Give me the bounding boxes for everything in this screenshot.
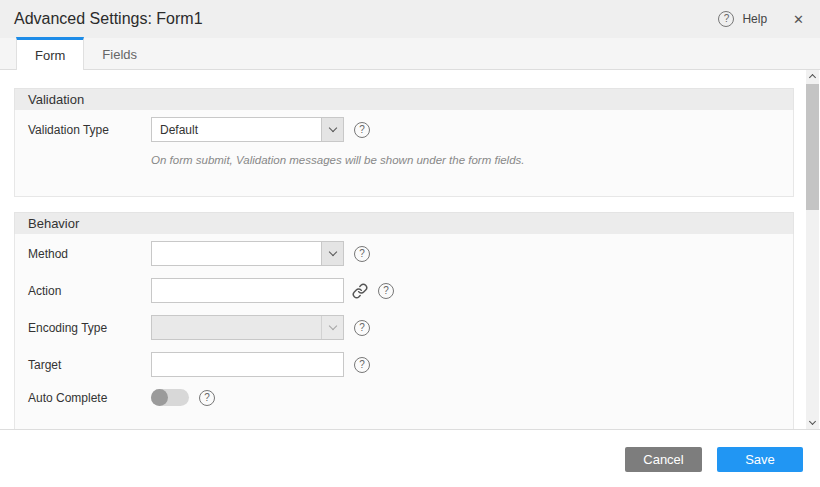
- encoding-type-label: Encoding Type: [28, 321, 151, 335]
- action-help-icon[interactable]: ?: [378, 283, 394, 299]
- chevron-down-icon: [321, 316, 343, 339]
- toggle-knob: [151, 389, 168, 406]
- save-button[interactable]: Save: [717, 447, 803, 472]
- section-behavior: Behavior Method ? Action: [14, 212, 794, 429]
- action-label: Action: [28, 284, 151, 298]
- dialog-content: Validation Validation Type Default ? On …: [0, 70, 820, 429]
- encoding-type-select-disabled: [151, 315, 344, 340]
- tab-strip: Form Fields: [0, 38, 820, 70]
- auto-complete-help-icon[interactable]: ?: [199, 390, 215, 406]
- action-input[interactable]: [151, 278, 344, 303]
- scroll-down-icon[interactable]: [806, 416, 819, 429]
- auto-complete-toggle[interactable]: [151, 389, 189, 406]
- scrollbar-track[interactable]: [806, 83, 819, 416]
- help-link[interactable]: Help: [742, 12, 767, 26]
- validation-type-label: Validation Type: [28, 123, 151, 137]
- section-validation-title: Validation: [14, 88, 794, 110]
- section-behavior-title: Behavior: [14, 212, 794, 234]
- vertical-scrollbar[interactable]: [806, 70, 819, 429]
- target-input[interactable]: [151, 352, 344, 377]
- tab-form[interactable]: Form: [16, 37, 84, 70]
- method-label: Method: [28, 247, 151, 261]
- help-icon[interactable]: ?: [718, 11, 734, 27]
- scrollbar-thumb[interactable]: [806, 84, 819, 210]
- validation-type-help-icon[interactable]: ?: [354, 122, 370, 138]
- validation-type-value: Default: [152, 123, 321, 137]
- encoding-type-help-icon[interactable]: ?: [354, 320, 370, 336]
- dialog-title: Advanced Settings: Form1: [14, 10, 203, 28]
- dialog-titlebar: Advanced Settings: Form1 ? Help ✕: [0, 0, 820, 38]
- auto-complete-label: Auto Complete: [28, 391, 151, 405]
- scroll-up-icon[interactable]: [806, 70, 819, 83]
- section-validation: Validation Validation Type Default ? On …: [14, 88, 794, 197]
- method-help-icon[interactable]: ?: [354, 246, 370, 262]
- target-help-icon[interactable]: ?: [354, 357, 370, 373]
- link-icon[interactable]: [352, 283, 368, 299]
- method-select[interactable]: [151, 241, 344, 266]
- validation-type-hint: On form submit, Validation messages will…: [151, 154, 793, 166]
- chevron-down-icon[interactable]: [321, 242, 343, 265]
- chevron-down-icon[interactable]: [321, 118, 343, 141]
- tab-fields[interactable]: Fields: [84, 37, 155, 69]
- dialog-footer: Cancel Save: [0, 429, 820, 487]
- target-label: Target: [28, 358, 151, 372]
- cancel-button[interactable]: Cancel: [625, 447, 702, 472]
- validation-type-select[interactable]: Default: [151, 117, 344, 142]
- close-icon[interactable]: ✕: [793, 12, 804, 27]
- advanced-settings-dialog: Advanced Settings: Form1 ? Help ✕ Form F…: [0, 0, 820, 487]
